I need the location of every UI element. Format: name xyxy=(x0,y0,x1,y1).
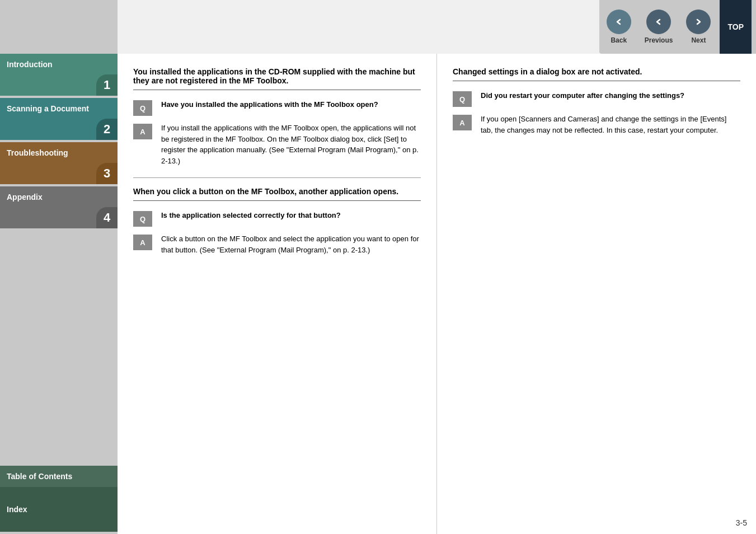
sidebar-item-toc[interactable]: Table of Contents xyxy=(0,466,118,487)
right-q1-row: Q Did you restart your computer after ch… xyxy=(453,90,740,107)
a2-text: Click a button on the MF Toolbox and sel… xyxy=(161,233,421,255)
sidebar: Introduction 1 Scanning a Document 2 Tro… xyxy=(0,0,118,534)
a2-row: A Click a button on the MF Toolbox and s… xyxy=(133,233,421,255)
a1-text: If you install the applications with the… xyxy=(161,123,421,166)
qa-block-1: Q Have you installed the applications wi… xyxy=(133,99,421,166)
divider-1 xyxy=(133,177,421,178)
left-section1-header: You installed the applications in the CD… xyxy=(133,67,421,90)
qa-block-2: Q Is the application selected correctly … xyxy=(133,210,421,255)
q1-badge: Q xyxy=(133,100,152,116)
previous-label: Previous xyxy=(645,36,673,44)
right-a1-badge: A xyxy=(453,115,472,130)
svg-point-1 xyxy=(693,17,703,27)
q2-badge: Q xyxy=(133,211,152,227)
right-a1-row: A If you open [Scanners and Cameras] and… xyxy=(453,114,740,135)
q2-row: Q Is the application selected correctly … xyxy=(133,210,421,227)
back-icon xyxy=(607,10,631,34)
sidebar-item-index[interactable]: Index xyxy=(0,487,118,532)
sidebar-index-label: Index xyxy=(0,499,34,520)
main-content: You installed the applications in the CD… xyxy=(118,54,756,534)
q1-text: Have you installed the applications with… xyxy=(161,99,378,110)
sidebar-introduction-label: Introduction xyxy=(0,54,118,75)
right-a1-text: If you open [Scanners and Cameras] and c… xyxy=(481,114,740,135)
svg-point-0 xyxy=(654,17,664,27)
sidebar-troubleshooting-number: 3 xyxy=(96,163,118,184)
sidebar-appendix-number: 4 xyxy=(96,207,118,228)
top-navigation-bar: Back Previous Next TOP xyxy=(599,0,756,54)
previous-button[interactable]: Previous xyxy=(640,5,678,49)
a1-row: A If you install the applications with t… xyxy=(133,123,421,166)
back-button[interactable]: Back xyxy=(602,5,636,49)
a2-badge: A xyxy=(133,235,152,250)
sidebar-toc-label: Table of Contents xyxy=(0,466,118,487)
right-section1-header: Changed settings in a dialog box are not… xyxy=(453,67,740,81)
right-q1-text: Did you restart your computer after chan… xyxy=(481,90,684,101)
top-button[interactable]: TOP xyxy=(720,0,752,54)
right-qa-block-1: Q Did you restart your computer after ch… xyxy=(453,90,740,135)
right-q1-badge: Q xyxy=(453,91,472,107)
sidebar-item-appendix[interactable]: Appendix 4 xyxy=(0,186,118,228)
page-number: 3-5 xyxy=(736,518,747,527)
sidebar-item-troubleshooting[interactable]: Troubleshooting 3 xyxy=(0,142,118,184)
q2-text: Is the application selected correctly fo… xyxy=(161,210,341,221)
next-button[interactable]: Next xyxy=(682,5,715,49)
next-label: Next xyxy=(691,36,706,44)
sidebar-introduction-number: 1 xyxy=(96,74,118,96)
previous-icon xyxy=(646,10,671,34)
right-column: Changed settings in a dialog box are not… xyxy=(437,54,756,534)
left-column: You installed the applications in the CD… xyxy=(118,54,437,534)
back-label: Back xyxy=(611,36,627,44)
sidebar-scanning-label: Scanning a Document xyxy=(0,98,118,119)
q1-row: Q Have you installed the applications wi… xyxy=(133,99,421,116)
sidebar-troubleshooting-label: Troubleshooting xyxy=(0,142,118,163)
left-section2-header: When you click a button on the MF Toolbo… xyxy=(133,187,421,201)
sidebar-item-scanning[interactable]: Scanning a Document 2 xyxy=(0,98,118,140)
sidebar-scanning-number: 2 xyxy=(96,119,118,140)
sidebar-item-introduction[interactable]: Introduction 1 xyxy=(0,54,118,96)
next-icon xyxy=(686,10,711,34)
a1-badge: A xyxy=(133,124,152,139)
sidebar-appendix-label: Appendix xyxy=(0,186,118,208)
